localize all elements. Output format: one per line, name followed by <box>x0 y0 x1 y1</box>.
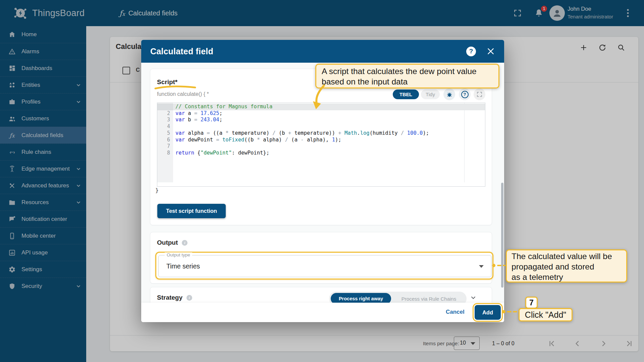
tidy-button[interactable]: Tidy <box>421 89 440 99</box>
annotation-underline <box>154 85 197 90</box>
tbel-toggle[interactable]: TBEL <box>393 89 419 99</box>
output-heading: Output <box>157 239 178 246</box>
code-line: var b = 243.04; <box>175 117 485 123</box>
script-label: Script* <box>157 78 177 86</box>
tooltip-line: A script that calculates the dew point v… <box>322 66 493 76</box>
dialog-title: Calculated field <box>150 47 213 56</box>
code-line: return {"dewPoint": dewPoint}; <box>175 150 485 157</box>
output-type-select[interactable]: Output type Time series <box>158 255 491 277</box>
help-icon[interactable]: ? <box>466 47 476 56</box>
function-signature: function calculate() { * <box>157 91 209 97</box>
chevron-down-icon[interactable] <box>470 294 477 301</box>
tooltip-line: based on the input data <box>322 76 493 87</box>
thingsboard-app: ThingsBoard ƒx Calculated fields 1 John … <box>0 0 644 362</box>
line-number: 4 <box>157 123 173 130</box>
code-line <box>175 143 485 150</box>
active-line-gutter-highlight <box>157 104 173 110</box>
close-icon[interactable] <box>486 47 495 56</box>
step-instruction: Click "Add" <box>519 308 573 321</box>
editor-code-pane: // Constants for Magnus formulavar a = 1… <box>173 103 485 186</box>
strategy-heading: Strategy <box>157 294 182 301</box>
connector-dot <box>492 264 495 267</box>
output-tooltip: The calculated value will be propagated … <box>506 249 627 283</box>
output-type-label: Output type <box>165 252 192 257</box>
dialog-footer: Cancel Add <box>141 303 504 322</box>
line-number: 5 <box>157 130 173 137</box>
code-line: var a = 17.625; <box>175 110 485 117</box>
tooltip-line: The calculated value will be <box>512 251 622 261</box>
annotation-field-highlight: Output type Time series <box>155 252 493 280</box>
cancel-button[interactable]: Cancel <box>446 309 465 315</box>
connector-dash <box>497 265 501 266</box>
output-section: Output i Output type Time series <box>150 232 492 284</box>
line-number: 8 <box>157 150 173 157</box>
script-help-button[interactable]: ? <box>459 88 471 100</box>
test-script-button[interactable]: Test script function <box>157 204 226 218</box>
line-number: 6 <box>157 137 173 143</box>
script-tooltip: A script that calculates the dew point v… <box>315 64 499 88</box>
closing-brace: } <box>155 187 159 193</box>
annotation-arrow-icon <box>311 84 330 111</box>
connector-dot <box>502 310 505 313</box>
connector-dash <box>507 311 512 312</box>
debug-button[interactable] <box>443 88 455 100</box>
info-icon: i <box>186 295 192 301</box>
line-number: 7 <box>157 143 173 150</box>
code-line: var dewPoint = toFixed((b * alpha) / (a … <box>175 137 485 143</box>
step-number-badge: 7 <box>525 297 538 309</box>
dropdown-caret-icon <box>479 265 484 268</box>
add-button[interactable]: Add <box>475 305 501 320</box>
tooltip-line: as a telemetry <box>512 272 622 282</box>
tooltip-line: propagated and stored <box>512 261 622 272</box>
editor-gutter: 12345678 <box>157 103 173 182</box>
connector-dash <box>513 311 517 312</box>
line-number: 3 <box>157 117 173 123</box>
code-line: // Constants for Magnus formula <box>175 104 485 110</box>
dialog-header: Calculated field ? <box>141 40 504 63</box>
output-type-value: Time series <box>166 262 200 270</box>
fullscreen-icon <box>476 91 483 98</box>
code-editor[interactable]: 12345678 // Constants for Magnus formula… <box>157 103 485 187</box>
connector-dash <box>503 265 505 266</box>
code-line: var alpha = ((a * temperature) / (b + te… <box>175 130 485 137</box>
editor-fullscreen-button[interactable] <box>474 88 485 100</box>
code-line <box>175 123 485 130</box>
dialog-scrollbar[interactable] <box>501 183 503 288</box>
help-circle-icon: ? <box>461 91 469 98</box>
info-icon: i <box>182 240 187 246</box>
bug-icon <box>446 91 453 98</box>
line-number: 2 <box>157 110 173 117</box>
